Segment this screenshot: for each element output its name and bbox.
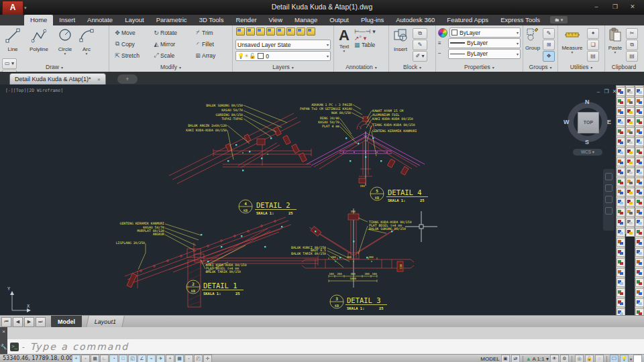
annotation-visibility-icon[interactable]: 👁 (550, 355, 559, 362)
layers-panel-label[interactable]: Layers▾ (233, 63, 333, 72)
layer-dropdown[interactable]: 💡☀🔓 0▾ (235, 51, 331, 61)
ribbon-tab-home[interactable]: Home (24, 15, 53, 25)
ribbon-tab-layout[interactable]: Layout (119, 15, 150, 25)
toolbar-button[interactable] (635, 188, 644, 196)
toolbar-button[interactable] (635, 228, 644, 237)
text-tool[interactable]: A Text▾ (334, 27, 354, 63)
block-panel-label[interactable]: Block▾ (389, 63, 435, 72)
object-color-dropdown[interactable]: ByLayer▾ (449, 27, 521, 38)
quick-calc-icon[interactable]: ▤ (587, 51, 599, 62)
toolbar-button[interactable] (616, 117, 625, 126)
insert-block-tool[interactable]: Insert (389, 27, 412, 63)
toolbar-button[interactable] (635, 298, 644, 307)
dimension-tool[interactable]: ⊢—⊣ ▾ (354, 28, 376, 35)
properties-panel-label[interactable]: Properties▾ (436, 63, 523, 72)
viewcube-east[interactable]: E (607, 119, 611, 125)
toolbar-button[interactable] (635, 248, 644, 257)
toolbar-button[interactable] (616, 107, 625, 116)
linetype-dropdown[interactable]: ByLayer▾ (448, 49, 521, 59)
ribbon-tab-insert[interactable]: Insert (53, 15, 81, 25)
toolbar-button[interactable] (635, 258, 644, 267)
toolbar-button[interactable] (626, 208, 635, 217)
close-button[interactable]: ✕ (624, 2, 641, 12)
toolbar-button[interactable] (616, 87, 625, 96)
viewcube-top-face[interactable]: TOP (578, 112, 599, 133)
navigation-bar[interactable] (603, 169, 614, 231)
status-toggle-11[interactable]: ▦ (175, 355, 184, 362)
leader-tool[interactable]: ↗° ▾ (354, 35, 376, 42)
block-attributes-icon[interactable]: ✐ ▾ (413, 51, 427, 62)
viewcube-west[interactable]: W (564, 119, 570, 125)
status-toggle-10[interactable]: + (166, 355, 174, 362)
status-toggle-14[interactable]: ✛ (203, 355, 212, 362)
status-toggle-4[interactable]: ◔ (109, 355, 118, 362)
nav-wheel-icon[interactable] (605, 173, 612, 180)
color-wheel-icon[interactable] (438, 28, 447, 38)
lock-icon[interactable]: 🔒 (585, 355, 594, 362)
circle-tool[interactable]: Circle▾ (54, 27, 76, 56)
scale-tool[interactable]: ⤢Scale (152, 50, 194, 61)
layer-tool-icon-6[interactable] (286, 27, 295, 36)
move-tool[interactable]: ✥Move (113, 27, 152, 38)
toolbar-button[interactable] (616, 147, 625, 156)
command-input[interactable]: Type a command (30, 341, 129, 352)
paste-tool[interactable]: Paste▾ (605, 27, 625, 63)
command-close-icon[interactable]: × (0, 328, 7, 335)
cad-drawing[interactable]: BALOK SOKONG 80/150KASAU 50/70GORDING 80… (0, 84, 644, 315)
ribbon-tab-3d-tools[interactable]: 3D Tools (193, 15, 230, 25)
layout-nav-0[interactable]: ⏮ (1, 317, 11, 327)
status-menu-icon[interactable]: ▾ (630, 357, 632, 361)
stretch-tool[interactable]: ⇱Stretch (113, 50, 152, 61)
toolbar-button[interactable] (616, 228, 625, 237)
toolbar-button[interactable] (616, 168, 625, 176)
toolbar-button[interactable] (626, 97, 635, 106)
group-selection-icon[interactable]: ❖ (543, 51, 555, 62)
tab-overflow-icon[interactable]: 🖿 ▾ (550, 16, 568, 23)
status-toggle-12[interactable]: ▫ (184, 355, 193, 362)
toolbar-button[interactable] (626, 228, 635, 237)
new-tab-button[interactable]: + (117, 74, 138, 84)
ribbon-tab-manage[interactable]: Manage (288, 15, 323, 25)
copy-tool[interactable]: ⧉Copy (113, 38, 152, 50)
viewcube-north[interactable]: N (585, 99, 590, 105)
fillet-tool[interactable]: ◜Fillet (194, 38, 229, 50)
modify-panel-label[interactable]: Modify▾ (109, 63, 232, 72)
toolbar-button[interactable] (635, 198, 644, 206)
layer-tool-icon-1[interactable] (236, 27, 245, 36)
toolbar-button[interactable] (626, 188, 635, 196)
workspace-icon[interactable]: ◎ (575, 355, 584, 362)
isolate-icon[interactable]: ◌ (595, 355, 604, 362)
toolbar-button[interactable] (626, 127, 635, 136)
toolbar-button[interactable] (626, 198, 635, 206)
ungroup-icon[interactable]: ✎ (543, 28, 555, 39)
rotate-tool[interactable]: ↻Rotate (152, 27, 194, 38)
cut-icon[interactable]: ✂ (626, 28, 638, 39)
toolbar-button[interactable] (616, 258, 625, 267)
toolbar-button[interactable] (626, 158, 635, 166)
status-toggle-3[interactable]: ∟ (100, 355, 109, 362)
toolbar-button[interactable] (635, 87, 644, 96)
toolbar-button[interactable] (635, 137, 644, 146)
status-toggle-2[interactable]: ▦ (91, 355, 99, 362)
toolbar-button[interactable] (616, 238, 625, 247)
toolbar-button[interactable] (626, 87, 635, 96)
toolbar-button[interactable] (626, 137, 635, 146)
toolbar-button[interactable] (635, 178, 644, 186)
paste-special-icon[interactable]: ▤ (626, 51, 638, 62)
line-tool[interactable]: Line (1, 27, 24, 52)
toolbar-button[interactable] (635, 168, 644, 176)
pan-icon[interactable] (605, 184, 612, 192)
toolbar-button[interactable] (626, 168, 635, 176)
layer-state-dropdown[interactable]: Unsaved Layer State▾ (235, 40, 331, 50)
command-line[interactable]: >_ - Type a command (7, 339, 644, 354)
ribbon-tab-view[interactable]: View (263, 15, 288, 25)
ribbon-tab-autodesk-360[interactable]: Autodesk 360 (390, 15, 441, 25)
toolbar-button[interactable] (635, 117, 644, 126)
toolbar-button[interactable] (616, 137, 625, 146)
toolbar-button[interactable] (616, 298, 625, 307)
status-toggle-6[interactable]: ◱ (128, 355, 137, 362)
status-toggle-1[interactable]: ▫ (81, 355, 90, 362)
maximize-button[interactable]: ❐ (606, 2, 624, 12)
edit-block-icon[interactable]: ✎ (413, 40, 427, 50)
toolbar-button[interactable] (635, 147, 644, 156)
